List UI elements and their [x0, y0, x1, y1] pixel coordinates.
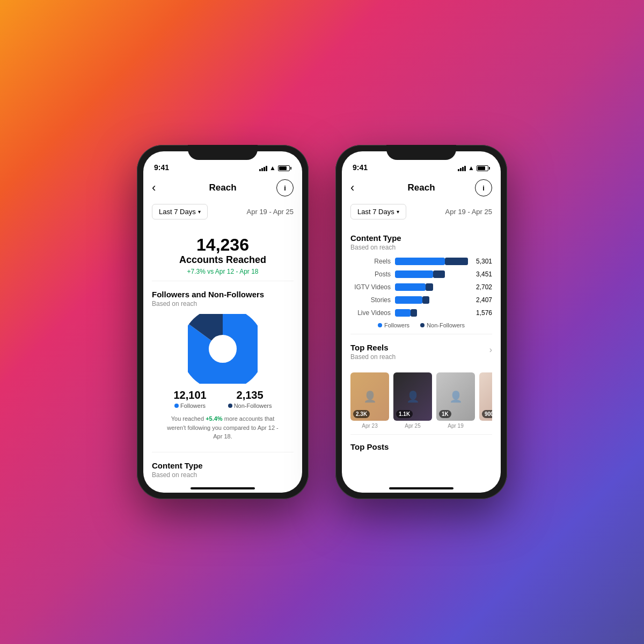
bar-label-reels-2: Reels — [350, 258, 391, 265]
top-reels-subtitle: Based on reach — [350, 353, 396, 361]
legend-followers-dot — [378, 323, 382, 327]
reel-item-1[interactable]: 👤 2.3K Apr 23 — [350, 372, 389, 429]
bar-legend: Followers Non-Followers — [350, 322, 492, 328]
accounts-reached-number: 14,236 — [154, 236, 291, 254]
chevron-down-icon: ▾ — [198, 209, 201, 215]
bar-value-reels-2: 5,301 — [476, 258, 492, 265]
info-button-2[interactable]: i — [475, 179, 492, 196]
followers-count: 12,101 — [173, 389, 206, 401]
followers-dot — [174, 404, 179, 408]
wifi-icon-2: ▲ — [468, 164, 474, 172]
phone-1-filter-bar: Last 7 Days ▾ Apr 19 - Apr 25 — [143, 201, 302, 225]
nonfollowers-dot-label: Non-Followers — [228, 402, 272, 409]
bar-row-stories: Stories 2,407 — [350, 296, 492, 304]
reel-thumb-4: 👤 900 — [479, 372, 492, 421]
bar-live-followers — [395, 309, 411, 317]
reel-date-3: Apr 19 — [436, 423, 475, 429]
bar-row-posts: Posts 3,451 — [350, 270, 492, 278]
page-title-2: Reach — [407, 182, 435, 193]
phone-1-content[interactable]: 14,236 Accounts Reached +7.3% vs Apr 12 … — [143, 225, 302, 484]
reel-item-2[interactable]: 👤 1.1K Apr 25 — [393, 372, 432, 429]
phone-1-notch — [188, 145, 258, 160]
bar-label-posts: Posts — [350, 270, 391, 278]
followers-stat: 12,101 Followers — [173, 389, 206, 409]
reel-thumb-1: 👤 2.3K — [350, 372, 389, 421]
period-filter-button[interactable]: Last 7 Days ▾ — [152, 204, 208, 219]
reach-percent: +5.4% — [206, 415, 223, 422]
phone-2-content[interactable]: Content Type Based on reach Reels 5,301 — [342, 225, 501, 484]
back-button[interactable]: ‹ — [152, 181, 169, 195]
svg-point-1 — [195, 321, 251, 377]
bar-reels2-nonfollowers — [445, 258, 468, 265]
legend-nonfollowers: Non-Followers — [420, 322, 465, 328]
bar-row-reels-2: Reels 5,301 — [350, 258, 492, 265]
bar-label-live: Live Videos — [350, 309, 391, 317]
bar-row-igtv: IGTV Videos 2,702 — [350, 283, 492, 291]
info-button[interactable]: i — [276, 179, 294, 196]
reel-count-2: 1.1K — [396, 410, 413, 418]
bar-row-live: Live Videos 1,576 — [350, 309, 492, 317]
bar-value-live: 1,576 — [476, 309, 492, 317]
wifi-icon: ▲ — [269, 164, 276, 172]
reel-thumb-3: 👤 1K — [436, 372, 475, 421]
signal-icon — [259, 165, 267, 171]
bar-container-live — [395, 309, 472, 317]
reel-item-3[interactable]: 👤 1K Apr 19 — [436, 372, 475, 429]
pie-chart — [188, 314, 258, 384]
followers-stats: 12,101 Followers 2,135 Non-Followers — [152, 389, 294, 409]
followers-section: Followers and Non-Followers Based on rea… — [143, 281, 302, 452]
reel-date-4: Apr 2 — [479, 423, 492, 429]
legend-followers: Followers — [378, 322, 409, 328]
phone-2-screen: 9:41 ▲ ‹ Reach — [342, 151, 501, 493]
phone-2-bars: Reels 5,301 Posts — [350, 258, 492, 317]
bar-container-reels — [395, 258, 472, 265]
reel-count-3: 1K — [439, 410, 451, 418]
top-reels-section: Top Reels Based on reach › 👤 2.3K Apr 23 — [342, 334, 501, 434]
back-button-2[interactable]: ‹ — [350, 181, 368, 195]
period-filter-button-2[interactable]: Last 7 Days ▾ — [350, 204, 406, 219]
legend-nonfollowers-dot — [420, 323, 425, 327]
phone-2-status-icons: ▲ — [458, 164, 490, 172]
phone-1-status-icons: ▲ — [259, 164, 291, 172]
reel-item-4[interactable]: 👤 900 Apr 2 — [479, 372, 492, 429]
main-metric-section: 14,236 Accounts Reached +7.3% vs Apr 12 … — [143, 225, 302, 281]
phone-2-content-type-subtitle: Based on reach — [350, 244, 492, 251]
bar-igtv-followers — [395, 283, 426, 291]
phone-1-home-indicator — [191, 487, 255, 489]
page-title: Reach — [209, 182, 236, 193]
followers-dot-label: Followers — [173, 402, 206, 409]
battery-icon — [278, 165, 291, 171]
phone-2-notch — [386, 145, 456, 160]
reach-note: You reached +5.4% more accounts that wer… — [152, 409, 294, 447]
phone-1: 9:41 ▲ ‹ Reach — [137, 145, 309, 499]
reel-count-1: 2.3K — [353, 410, 370, 418]
bar-stories-followers — [395, 296, 422, 304]
bar-posts-followers — [395, 270, 433, 278]
content-type-section: Content Type Based on reach Reels 5,301 — [143, 452, 302, 484]
reel-date-2: Apr 25 — [393, 423, 432, 429]
metric-change: +7.3% vs Apr 12 - Apr 18 — [154, 268, 291, 275]
phone-2-filter-bar: Last 7 Days ▾ Apr 19 - Apr 25 — [342, 201, 501, 225]
bar-container-posts — [395, 270, 472, 278]
phone-2-nav-bar: ‹ Reach i — [342, 175, 501, 201]
top-reels-title: Top Reels — [350, 343, 396, 352]
battery-icon-2 — [477, 165, 490, 171]
phones-container: 9:41 ▲ ‹ Reach — [137, 145, 507, 499]
phone-1-screen: 9:41 ▲ ‹ Reach — [143, 151, 302, 493]
top-posts-label: Top Posts — [342, 435, 501, 456]
accounts-reached-label: Accounts Reached — [154, 254, 291, 266]
chevron-right-icon[interactable]: › — [489, 345, 492, 355]
signal-icon-2 — [458, 165, 466, 171]
bar-live-nonfollowers — [411, 309, 418, 317]
reel-date-1: Apr 23 — [350, 423, 389, 429]
bar-igtv-nonfollowers — [426, 283, 433, 291]
phone-2: 9:41 ▲ ‹ Reach — [335, 145, 507, 499]
content-type-subtitle: Based on reach — [152, 471, 294, 479]
phone-2-content-type-title: Content Type — [350, 233, 492, 243]
reel-thumb-2: 👤 1.1K — [393, 372, 432, 421]
bar-label-stories: Stories — [350, 296, 391, 304]
nonfollowers-count: 2,135 — [228, 389, 272, 401]
nonfollowers-dot — [228, 404, 232, 408]
chevron-down-icon-2: ▾ — [397, 209, 399, 215]
content-type-title: Content Type — [152, 461, 294, 470]
